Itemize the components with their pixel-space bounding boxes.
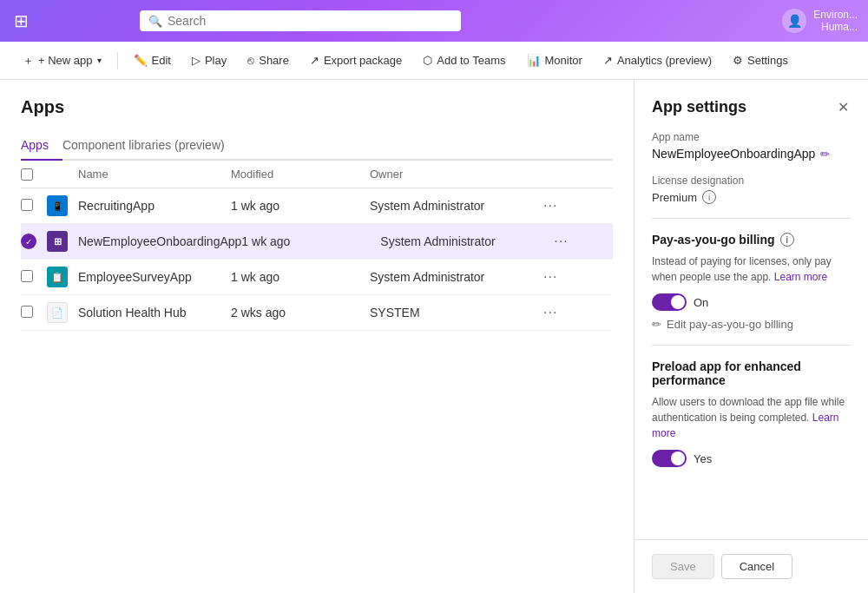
panel-footer: Save Cancel	[635, 539, 868, 593]
play-label: Play	[205, 54, 227, 67]
pay-as-you-go-title: Pay-as-you-go billing i	[652, 233, 851, 247]
row-checkbox[interactable]	[21, 270, 47, 285]
edit-app-name-icon[interactable]: ✏	[820, 148, 830, 161]
app-name: EmployeeSurveyApp	[78, 270, 231, 284]
teams-icon: ⬡	[423, 54, 432, 67]
billing-toggle-row: On	[652, 293, 851, 311]
chevron-down-icon: ▾	[97, 56, 102, 65]
check-circle-icon: ✓	[21, 234, 36, 249]
preload-toggle[interactable]	[652, 450, 687, 467]
monitor-button[interactable]: 📊 Monitor	[518, 49, 591, 71]
table-row[interactable]: ✓ ⊞ NewEmployeeOnboardingApp 1 wk ago Sy…	[21, 224, 613, 260]
monitor-label: Monitor	[545, 54, 582, 67]
panel-title: App settings	[652, 98, 746, 116]
row-checkbox[interactable]	[21, 199, 47, 214]
play-button[interactable]: ▷ Play	[183, 49, 235, 71]
app-owner: SYSTEM	[370, 306, 543, 320]
app-owner: System Administrator	[370, 199, 543, 213]
col-name-header[interactable]: Name	[78, 168, 231, 181]
table-row[interactable]: 📄 Solution Health Hub 2 wks ago SYSTEM ·…	[21, 295, 613, 331]
new-app-label: + New app	[38, 54, 93, 67]
table-header: Name Modified Owner	[21, 161, 613, 188]
save-button[interactable]: Save	[652, 554, 714, 579]
col-modified-header[interactable]: Modified	[231, 168, 370, 181]
license-info-icon[interactable]: i	[702, 190, 716, 204]
search-input[interactable]	[168, 14, 452, 28]
learn-more-billing-link[interactable]: Learn more	[774, 271, 827, 283]
tab-component-libraries[interactable]: Component libraries (preview)	[62, 131, 239, 161]
apps-table: Name Modified Owner 📱	[21, 161, 613, 331]
svg-text:📱: 📱	[52, 201, 63, 212]
edit-button[interactable]: ✏️ Edit	[125, 49, 180, 71]
license-label: License designation	[652, 175, 851, 187]
preload-section: Preload app for enhanced performance All…	[652, 359, 851, 467]
row-checkbox[interactable]	[21, 306, 47, 320]
col-owner-label: Owner	[370, 168, 403, 181]
preload-label: Preload app for enhanced performance	[652, 359, 851, 387]
export-icon: ↗	[310, 54, 319, 67]
left-panel: Apps Apps Component libraries (preview) …	[0, 80, 634, 593]
top-bar: ⊞ 🔍 👤 Environ... Huma...	[0, 0, 868, 42]
preload-desc: Allow users to download the app file whi…	[652, 394, 851, 441]
app-settings-panel: App settings ✕ App name NewEmployeeOnboa…	[634, 80, 868, 593]
panel-header: App settings ✕	[652, 97, 851, 117]
app-icon: 📄	[47, 302, 78, 323]
cancel-button[interactable]: Cancel	[721, 554, 792, 579]
share-button[interactable]: ⎋ Share	[239, 49, 298, 71]
add-to-teams-label: Add to Teams	[437, 54, 505, 67]
more-options-icon[interactable]: ···	[554, 234, 623, 249]
app-name: NewEmployeeOnboardingApp	[78, 234, 241, 248]
billing-toggle[interactable]	[652, 293, 687, 311]
table-row[interactable]: 📋 EmployeeSurveyApp 1 wk ago System Admi…	[21, 260, 613, 295]
app-name-text: NewEmployeeOnboardingApp	[652, 147, 815, 161]
search-icon: 🔍	[148, 15, 162, 28]
app-icon: ⊞	[47, 231, 78, 252]
env-name: Environ...	[813, 9, 858, 21]
app-icon: 📱	[47, 195, 78, 216]
billing-info-icon[interactable]: i	[780, 233, 794, 247]
col-icon	[47, 168, 78, 181]
more-options-icon[interactable]: ···	[543, 305, 613, 320]
user-name: Huma...	[813, 21, 858, 33]
license-field: License designation Premium i	[652, 175, 851, 204]
divider	[652, 218, 851, 219]
app-owner: System Administrator	[370, 270, 543, 284]
toolbar: ＋ + New app ▾ ✏️ Edit ▷ Play ⎋ Share ↗ E…	[0, 42, 868, 80]
app-modified: 1 wk ago	[231, 199, 370, 213]
main-content: Apps Apps Component libraries (preview) …	[0, 80, 868, 593]
edit-billing-button[interactable]: ✏ Edit pay-as-you-go billing	[652, 318, 851, 331]
toolbar-divider	[117, 52, 118, 69]
search-box[interactable]: 🔍	[140, 10, 461, 31]
more-options-icon[interactable]: ···	[543, 269, 613, 285]
select-all-checkbox[interactable]	[21, 168, 33, 181]
table-row[interactable]: 📱 RecruitingApp 1 wk ago System Administ…	[21, 188, 613, 224]
pay-as-you-go-label: Pay-as-you-go billing	[652, 233, 775, 247]
settings-label: Settings	[747, 54, 788, 67]
divider-2	[652, 345, 851, 346]
play-icon: ▷	[192, 54, 201, 67]
app-name: RecruitingApp	[78, 199, 231, 213]
col-name-label: Name	[78, 168, 108, 181]
export-package-button[interactable]: ↗ Export package	[301, 49, 411, 71]
app-modified: 1 wk ago	[231, 270, 370, 284]
add-to-teams-button[interactable]: ⬡ Add to Teams	[414, 49, 514, 71]
preload-title: Preload app for enhanced performance	[652, 359, 851, 387]
tab-apps[interactable]: Apps	[21, 131, 62, 161]
new-app-button[interactable]: ＋ + New app ▾	[14, 49, 110, 73]
analytics-button[interactable]: ↗ Analytics (preview)	[595, 49, 720, 71]
settings-button[interactable]: ⚙ Settings	[724, 49, 797, 71]
more-options-icon[interactable]: ···	[543, 198, 613, 214]
close-panel-button[interactable]: ✕	[836, 97, 851, 117]
app-owner: System Administrator	[380, 234, 554, 248]
user-avatar-icon: 👤	[782, 9, 806, 33]
app-modified: 1 wk ago	[241, 234, 380, 248]
edit-icon: ✏️	[134, 54, 148, 67]
pay-as-you-go-desc: Instead of paying for licenses, only pay…	[652, 254, 851, 285]
analytics-icon: ↗	[603, 54, 613, 67]
tabs-container: Apps Component libraries (preview)	[21, 131, 613, 161]
col-owner-header[interactable]: Owner	[370, 168, 543, 181]
export-label: Export package	[324, 54, 402, 67]
analytics-label: Analytics (preview)	[617, 54, 712, 67]
billing-toggle-label: On	[694, 296, 708, 309]
app-name-field: App name NewEmployeeOnboardingApp ✏	[652, 131, 851, 161]
